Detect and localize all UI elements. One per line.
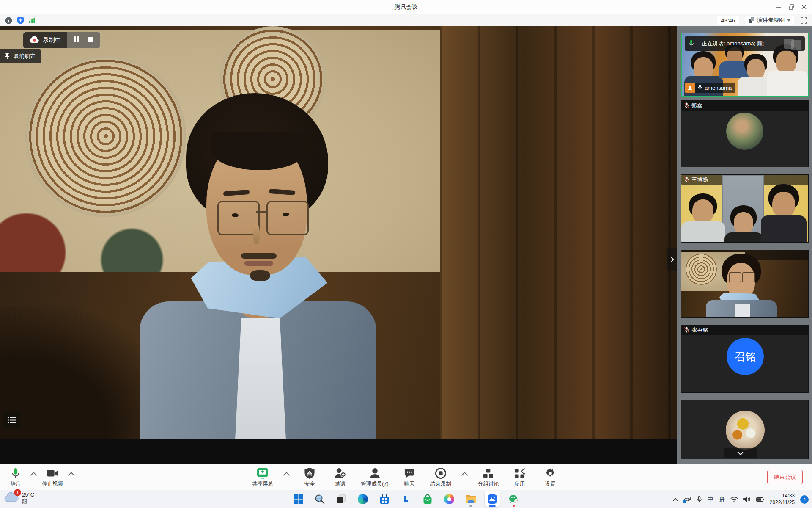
taskbar-clock[interactable]: 14:33 2022/11/25 [770, 493, 795, 506]
share-screen-button[interactable]: 共享屏幕 [252, 467, 273, 488]
app-store-bag-icon[interactable] [420, 491, 435, 507]
participant-name: 王博扬 [691, 176, 708, 184]
speaker-goatee [250, 270, 270, 281]
ime-mode-indicator[interactable]: 拼 [719, 496, 725, 503]
video-background-wall [440, 26, 677, 439]
chat-button[interactable]: 聊天 [400, 467, 419, 488]
share-options-chevron[interactable] [283, 472, 290, 479]
recording-label: 录制中 [43, 36, 61, 44]
mic-on-icon [697, 84, 702, 91]
participant-name: amensama [705, 85, 732, 91]
meeting-security-shield-icon[interactable] [16, 16, 25, 25]
cloud-record-icon [29, 36, 39, 44]
apps-button[interactable]: 应用 [510, 467, 529, 488]
caption-list-button[interactable] [3, 411, 20, 428]
defender-app-icon[interactable] [398, 491, 414, 507]
participant-tile-yao[interactable]: 耀 [681, 250, 809, 318]
network-signal-icon[interactable] [28, 16, 36, 25]
close-button[interactable] [798, 2, 810, 12]
window-title: 腾讯会议 [0, 3, 812, 11]
participant-tile-zhangzhaoming[interactable]: 召铭 张召铭 [681, 325, 809, 393]
participant-tile-zhengxin[interactable]: 郑鑫 [681, 100, 809, 167]
speaking-banner-text: 正在讲话: amensama; 耀; [702, 40, 780, 47]
invite-person-icon [334, 467, 346, 479]
wechat-icon[interactable] [506, 491, 521, 507]
task-view-icon[interactable] [334, 491, 349, 507]
clock-date: 2022/11/25 [770, 500, 795, 506]
microsoft-store-icon[interactable] [377, 491, 392, 507]
edge-browser-icon[interactable] [355, 491, 370, 507]
sidebar-collapse-button[interactable] [667, 248, 677, 271]
participant-tile-wangboyang[interactable]: 王博扬 [681, 174, 809, 243]
fullscreen-icon[interactable] [799, 16, 808, 25]
security-button[interactable]: 安全 [300, 467, 319, 488]
participant-tile-amensama[interactable]: 正在讲话: amensama; 耀; amensama [681, 33, 809, 97]
manage-members-button[interactable]: 管理成员(7) [361, 467, 388, 488]
scroll-more-participants-button[interactable] [724, 448, 757, 458]
unpin-label: 取消锁定 [14, 52, 36, 60]
apps-grid-icon [514, 467, 526, 479]
recording-indicator: 录制中 [23, 32, 100, 48]
meeting-timer: 43:46 [717, 16, 739, 25]
ime-language-indicator[interactable]: 中 [708, 496, 713, 503]
breakout-squares-icon [483, 467, 494, 479]
layout-view-icon [749, 17, 754, 24]
pause-recording-button[interactable] [74, 36, 80, 44]
windows-taskbar: 1 25°C 阴 [0, 490, 812, 508]
stop-recording-button[interactable]: 结束录制 [430, 467, 451, 488]
recording-options-chevron[interactable] [461, 472, 468, 479]
active-app-indicator [489, 505, 496, 507]
chat-bubble-icon [403, 467, 415, 479]
start-button[interactable] [291, 491, 306, 507]
volume-icon[interactable] [743, 496, 751, 502]
end-meeting-button[interactable]: 结束会议 [767, 470, 803, 484]
clock-time: 14:33 [782, 493, 795, 500]
speaker-shirt [235, 318, 286, 439]
share-screen-icon [257, 467, 269, 479]
speaker-mustache [241, 253, 277, 259]
pinned-speaker-video [0, 26, 677, 439]
avatar-photo [726, 411, 765, 450]
tencent-meeting-app-icon[interactable] [485, 491, 500, 507]
invite-button[interactable]: 邀请 [330, 467, 350, 488]
meeting-topbar: 43:46 演讲者视图 [0, 14, 812, 27]
host-badge-icon [685, 83, 695, 93]
chevron-down-icon [787, 19, 790, 22]
avatar-photo [726, 113, 763, 150]
unpin-button[interactable]: 取消锁定 [0, 49, 41, 64]
battery-icon[interactable] [756, 497, 764, 502]
stop-recording-button[interactable] [87, 36, 93, 44]
search-icon[interactable] [312, 491, 327, 507]
participant-name: 张召铭 [691, 326, 708, 334]
breakout-rooms-button[interactable]: 分组讨论 [478, 467, 499, 488]
meeting-toolbar: 静音 停止视频 共享屏幕 安全 邀请 [0, 464, 812, 490]
minimize-button[interactable] [772, 2, 785, 12]
mic-muted-icon [684, 102, 689, 110]
members-person-icon [369, 467, 381, 479]
file-explorer-icon[interactable] [463, 491, 478, 507]
participant-name: 郑鑫 [691, 102, 702, 110]
view-mode-label: 演讲者视图 [757, 17, 785, 24]
tray-microphone-icon[interactable] [697, 496, 702, 503]
active-speaker-banner: 正在讲话: amensama; 耀; [685, 36, 805, 51]
initials-avatar: 召铭 [727, 338, 764, 375]
speaking-mic-icon [688, 39, 694, 48]
restore-button[interactable] [785, 2, 798, 12]
wifi-icon[interactable] [730, 497, 738, 502]
mic-muted-icon [684, 177, 689, 184]
window-titlebar: 腾讯会议 [0, 0, 812, 14]
speaker-glasses-right-lens [266, 201, 309, 235]
notification-count-badge[interactable]: 4 [800, 495, 809, 504]
sync-update-icon[interactable] [683, 496, 691, 503]
main-video-stage: 录制中 取消锁定 [0, 26, 677, 464]
gear-icon [544, 467, 556, 479]
photos-app-icon[interactable] [442, 491, 457, 507]
hidden-icons-chevron[interactable] [673, 498, 678, 501]
pin-icon [4, 52, 10, 61]
meeting-info-icon[interactable] [4, 16, 13, 25]
view-mode-selector[interactable]: 演讲者视图 [745, 16, 794, 25]
settings-button[interactable]: 设置 [540, 467, 560, 488]
participants-sidebar: 正在讲话: amensama; 耀; amensama 郑鑫 [677, 26, 812, 464]
stop-record-icon [435, 467, 447, 479]
security-shield-icon [304, 467, 315, 479]
